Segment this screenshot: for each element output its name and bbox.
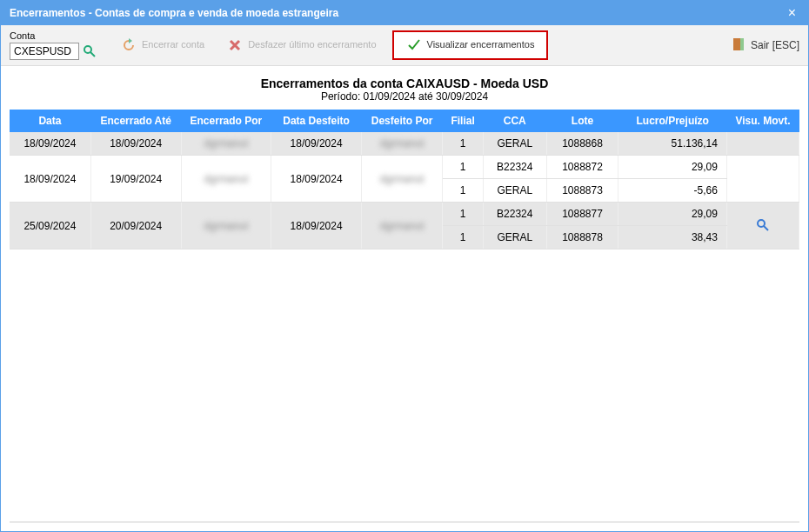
cell-data-desfeito: 18/09/2024 bbox=[271, 203, 362, 249]
closures-table: Data Encerrado Até Encerrado Por Data De… bbox=[10, 110, 799, 249]
cell-cca: GERAL bbox=[483, 179, 546, 203]
col-encerrado-ate: Encerrado Até bbox=[90, 110, 181, 132]
cell-data-desfeito: 18/09/2024 bbox=[271, 156, 362, 203]
svg-line-5 bbox=[764, 226, 768, 230]
cell-data: 18/09/2024 bbox=[10, 156, 90, 203]
col-visu: Visu. Movt. bbox=[726, 110, 799, 132]
check-icon bbox=[406, 37, 422, 53]
col-lucro: Lucro/Prejuízo bbox=[618, 110, 726, 132]
table-body: 18/09/202418/09/2024dgrmanut18/09/2024dg… bbox=[10, 132, 799, 249]
cell-encerrado-por: dgrmanut bbox=[181, 203, 271, 249]
cell-cca: B22324 bbox=[483, 203, 546, 226]
conta-label: Conta bbox=[10, 30, 97, 41]
col-data-desfeito: Data Desfeito bbox=[271, 110, 362, 132]
cell-desfeito-por: dgrmanut bbox=[361, 203, 442, 249]
cell-visu bbox=[726, 132, 799, 156]
x-icon bbox=[227, 37, 243, 53]
col-desfeito-por: Desfeito Por bbox=[361, 110, 442, 132]
refresh-icon bbox=[121, 37, 137, 53]
page-title: Encerramentos da conta CAIXAUSD - Moeda … bbox=[10, 76, 799, 90]
toolbar: Conta Encerrar conta Desfazer último enc… bbox=[1, 25, 808, 66]
period-label: Período: 01/09/2024 até 30/09/2024 bbox=[10, 90, 799, 103]
magnifier-icon[interactable] bbox=[756, 218, 770, 232]
cell-encerrado-ate: 18/09/2024 bbox=[90, 132, 181, 156]
cell-cca: B22324 bbox=[483, 156, 546, 179]
cell-encerrado-ate: 20/09/2024 bbox=[90, 203, 181, 249]
cell-encerrado-por: dgrmanut bbox=[181, 132, 271, 156]
cell-encerrado-por: dgrmanut bbox=[181, 156, 271, 203]
cell-data-desfeito: 18/09/2024 bbox=[271, 132, 362, 156]
cell-data: 25/09/2024 bbox=[10, 203, 90, 249]
cell-lote: 1088873 bbox=[546, 179, 618, 203]
window: Encerramentos - Contas de compra e venda… bbox=[0, 0, 809, 532]
cell-data: 18/09/2024 bbox=[10, 132, 90, 156]
col-data: Data bbox=[10, 110, 90, 132]
cell-filial: 1 bbox=[443, 132, 484, 156]
cell-lote: 1088872 bbox=[546, 156, 618, 179]
table-row: 18/09/202418/09/2024dgrmanut18/09/2024dg… bbox=[10, 132, 799, 156]
close-icon[interactable]: × bbox=[785, 5, 799, 21]
cell-visu bbox=[726, 203, 799, 249]
svg-line-1 bbox=[90, 52, 95, 57]
sair-button[interactable]: Sair [ESC] bbox=[732, 37, 799, 54]
table-row: 18/09/202419/09/2024dgrmanut18/09/2024dg… bbox=[10, 156, 799, 179]
cell-cca: GERAL bbox=[483, 132, 546, 156]
cell-lote: 1088877 bbox=[546, 203, 618, 226]
cell-lucro: 51.136,14 bbox=[618, 132, 726, 156]
cell-lote: 1088868 bbox=[546, 132, 618, 156]
cell-lucro: 38,43 bbox=[618, 226, 726, 249]
col-filial: Filial bbox=[443, 110, 484, 132]
window-title: Encerramentos - Contas de compra e venda… bbox=[10, 7, 338, 19]
cell-cca: GERAL bbox=[483, 226, 546, 249]
svg-point-4 bbox=[758, 220, 765, 227]
cell-filial: 1 bbox=[443, 203, 484, 226]
cell-lucro: 29,09 bbox=[618, 156, 726, 179]
table-header-row: Data Encerrado Até Encerrado Por Data De… bbox=[10, 110, 799, 132]
cell-encerrado-ate: 19/09/2024 bbox=[90, 156, 181, 203]
encerrar-label: Encerrar conta bbox=[142, 39, 204, 50]
svg-rect-2 bbox=[733, 38, 740, 50]
conta-input[interactable] bbox=[10, 43, 79, 60]
content: Encerramentos da conta CAIXAUSD - Moeda … bbox=[1, 66, 808, 531]
cell-filial: 1 bbox=[443, 179, 484, 203]
table-wrapper: Data Encerrado Até Encerrado Por Data De… bbox=[10, 110, 799, 522]
cell-lucro: 29,09 bbox=[618, 203, 726, 226]
search-icon[interactable] bbox=[83, 44, 97, 58]
desfazer-label: Desfazer último encerramento bbox=[248, 39, 376, 50]
visualizar-button[interactable]: Visualizar encerramentos bbox=[392, 30, 549, 60]
encerrar-conta-button[interactable]: Encerrar conta bbox=[114, 34, 211, 57]
cell-desfeito-por: dgrmanut bbox=[361, 132, 442, 156]
door-icon bbox=[732, 37, 745, 54]
visualizar-label: Visualizar encerramentos bbox=[427, 39, 535, 50]
cell-desfeito-por: dgrmanut bbox=[361, 156, 442, 203]
col-encerrado-por: Encerrado Por bbox=[181, 110, 271, 132]
account-block: Conta bbox=[10, 30, 97, 60]
cell-lucro: -5,66 bbox=[618, 179, 726, 203]
svg-rect-3 bbox=[740, 38, 744, 50]
cell-lote: 1088878 bbox=[546, 226, 618, 249]
cell-filial: 1 bbox=[443, 156, 484, 179]
sair-label: Sair [ESC] bbox=[751, 39, 799, 51]
desfazer-button[interactable]: Desfazer último encerramento bbox=[220, 34, 383, 57]
cell-visu bbox=[726, 156, 799, 203]
cell-filial: 1 bbox=[443, 226, 484, 249]
table-row: 25/09/202420/09/2024dgrmanut18/09/2024dg… bbox=[10, 203, 799, 226]
svg-point-0 bbox=[84, 46, 91, 53]
col-cca: CCA bbox=[483, 110, 546, 132]
col-lote: Lote bbox=[546, 110, 618, 132]
titlebar: Encerramentos - Contas de compra e venda… bbox=[1, 1, 808, 25]
